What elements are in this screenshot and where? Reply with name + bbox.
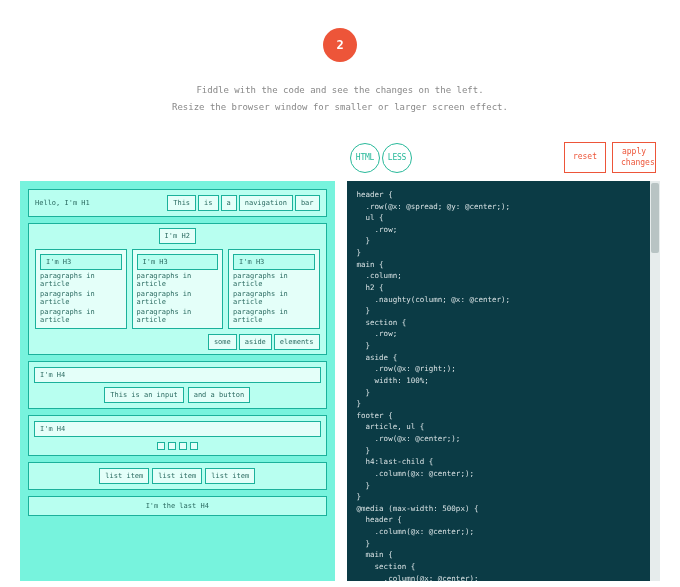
preview-pane: Hello, I'm H1 This is a navigation bar I… [20, 181, 335, 581]
nav-item: a [221, 195, 237, 211]
aside-item: aside [239, 334, 272, 350]
preview-paragraph: paragraphs in article [137, 272, 219, 288]
preview-list: list item list item list item [28, 462, 327, 490]
code-editor[interactable]: header { .row(@x: @spread; @y: @center;)… [347, 181, 660, 581]
list-item: list item [152, 468, 202, 484]
preview-button[interactable]: and a button [188, 387, 251, 403]
tab-less[interactable]: LESS [382, 143, 412, 173]
preview-input[interactable]: This is an input [104, 387, 183, 403]
preview-h3: I'm H3 [233, 254, 315, 270]
square-icon [190, 442, 198, 450]
preview-main: I'm H2 I'm H3 paragraphs in article para… [28, 223, 327, 355]
square-icon [157, 442, 165, 450]
preview-aside: some aside elements [35, 334, 320, 350]
preview-paragraph: paragraphs in article [233, 272, 315, 288]
preview-article: I'm H3 paragraphs in article paragraphs … [228, 249, 320, 329]
tab-html[interactable]: HTML [350, 143, 380, 173]
editor-tabs: HTML LESS [350, 143, 412, 173]
reset-button-label: reset [573, 152, 597, 161]
step-number: 2 [336, 38, 343, 52]
code-content[interactable]: header { .row(@x: @spread; @y: @center;)… [347, 181, 660, 581]
scrollbar-thumb[interactable] [651, 183, 659, 253]
nav-item: This [167, 195, 196, 211]
preview-paragraph: paragraphs in article [40, 308, 122, 324]
preview-h4: I'm H4 [34, 421, 321, 437]
preview-paragraph: paragraphs in article [233, 308, 315, 324]
preview-last-h4: I'm the last H4 [28, 496, 327, 516]
preview-paragraph: paragraphs in article [137, 290, 219, 306]
aside-item: elements [274, 334, 320, 350]
preview-paragraph: paragraphs in article [40, 290, 122, 306]
preview-paragraph: paragraphs in article [137, 308, 219, 324]
nav-item: navigation [239, 195, 293, 211]
preview-paragraph: paragraphs in article [40, 272, 122, 288]
preview-h3: I'm H3 [137, 254, 219, 270]
preview-h1: Hello, I'm H1 [35, 199, 90, 207]
instruction-line-2: Resize the browser window for smaller or… [20, 99, 660, 116]
preview-h2: I'm H2 [159, 228, 196, 244]
preview-header: Hello, I'm H1 This is a navigation bar [28, 189, 327, 217]
apply-changes-button-label: apply changes [621, 147, 655, 166]
instructions: Fiddle with the code and see the changes… [20, 82, 660, 116]
list-item: list item [99, 468, 149, 484]
preview-article: I'm H3 paragraphs in article paragraphs … [132, 249, 224, 329]
nav-item: is [198, 195, 218, 211]
preview-h4-last-label: I'm the last H4 [146, 502, 209, 510]
tab-less-label: LESS [388, 153, 406, 162]
list-item: list item [205, 468, 255, 484]
square-icon [168, 442, 176, 450]
tab-html-label: HTML [356, 153, 374, 162]
step-badge: 2 [323, 28, 357, 62]
preview-section-a: I'm H4 This is an input and a button [28, 361, 327, 409]
aside-item: some [208, 334, 237, 350]
preview-section-b: I'm H4 [28, 415, 327, 456]
nav-item: bar [295, 195, 320, 211]
preview-h4: I'm H4 [34, 367, 321, 383]
preview-nav: This is a navigation bar [167, 195, 319, 211]
square-icon [179, 442, 187, 450]
instruction-line-1: Fiddle with the code and see the changes… [20, 82, 660, 99]
scrollbar-track[interactable] [650, 181, 660, 581]
preview-h3: I'm H3 [40, 254, 122, 270]
reset-button[interactable]: reset [564, 142, 606, 173]
preview-article: I'm H3 paragraphs in article paragraphs … [35, 249, 127, 329]
preview-paragraph: paragraphs in article [233, 290, 315, 306]
apply-changes-button[interactable]: apply changes [612, 142, 656, 173]
